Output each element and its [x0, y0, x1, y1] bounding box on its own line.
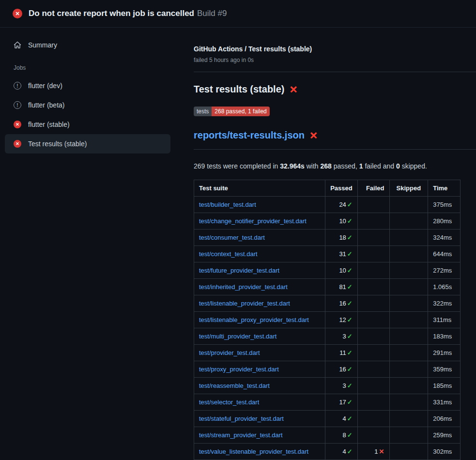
passed-cell: 17✓ [325, 394, 358, 411]
test-suite-cell: test/listenable_provider_test.dart [194, 295, 325, 312]
time-cell: 644ms [428, 246, 461, 262]
sidebar-item-flutter-dev[interactable]: ! flutter (dev) [5, 76, 170, 95]
check-icon: ✓ [347, 399, 353, 406]
time-cell: 272ms [428, 262, 461, 279]
failed-cell-count: 1 [374, 448, 378, 455]
test-suite-link[interactable]: test/proxy_provider_test.dart [199, 366, 279, 373]
sidebar-item-test-results-stable[interactable]: ✕ Test results (stable) [5, 134, 170, 153]
test-suite-link[interactable]: test/multi_provider_test.dart [199, 333, 276, 340]
neutral-status-icon: ! [14, 82, 21, 90]
sidebar-item-label: flutter (beta) [28, 101, 64, 109]
test-suite-cell: test/provider_test.dart [194, 345, 325, 361]
table-row: test/stateful_provider_test.dart4✓206ms [194, 411, 461, 427]
passed-cell-count: 17 [339, 399, 346, 406]
section-title-text: Test results (stable) [194, 84, 284, 95]
test-suite-link[interactable]: test/builder_test.dart [199, 201, 256, 208]
check-icon: ✓ [347, 283, 353, 291]
build-failed-icon: ✕ [13, 9, 22, 18]
time-cell: 185ms [428, 378, 461, 394]
test-suite-cell: test/builder_test.dart [194, 197, 325, 213]
test-suite-link[interactable]: test/listenable_proxy_provider_test.dart [199, 316, 309, 323]
test-suite-cell: test/stream_provider_test.dart [194, 427, 325, 444]
test-suite-link[interactable]: test/change_notifier_provider_test.dart [199, 217, 307, 225]
table-row: test/provider_test.dart11✓291ms [194, 345, 461, 361]
time-cell: 280ms [428, 213, 461, 230]
summary-skipped-count: 0 [396, 162, 400, 170]
test-suite-link[interactable]: test/stream_provider_test.dart [199, 431, 283, 439]
passed-cell-count: 4 [343, 415, 346, 422]
sidebar-item-flutter-beta[interactable]: ! flutter (beta) [5, 95, 170, 115]
passed-cell: 12✓ [325, 312, 358, 328]
failed-cell [357, 361, 389, 378]
sidebar-item-flutter-stable[interactable]: ✕ flutter (stable) [5, 115, 170, 134]
time-cell: 206ms [428, 411, 461, 427]
passed-cell: 31✓ [325, 246, 358, 262]
test-suite-cell: test/change_notifier_provider_test.dart [194, 213, 325, 230]
passed-cell: 10✓ [325, 262, 358, 279]
check-icon: ✓ [347, 316, 353, 323]
skipped-cell [389, 262, 428, 279]
test-results-table: Test suite Passed Failed Skipped Time te… [194, 180, 461, 460]
table-row: test/context_test.dart31✓644ms [194, 246, 461, 262]
run-status-line: failed 5 hours ago in 0s [194, 57, 476, 63]
test-suite-link[interactable]: test/listenable_provider_test.dart [199, 300, 290, 307]
check-icon: ✓ [347, 333, 353, 340]
failed-cell: 1✕ [357, 444, 389, 460]
time-cell: 331ms [428, 394, 461, 411]
passed-cell-count: 16 [339, 300, 346, 307]
test-suite-link[interactable]: test/consumer_test.dart [199, 234, 265, 241]
summary-passed-count: 268 [321, 162, 332, 170]
failed-cell [357, 427, 389, 444]
main-content: GitHub Actions / Test results (stable) f… [175, 28, 476, 460]
sidebar-item-summary[interactable]: Summary [5, 35, 170, 55]
skipped-cell [389, 230, 428, 246]
failed-cell [357, 246, 389, 262]
failed-cell [357, 197, 389, 213]
cross-icon: ✕ [379, 448, 384, 455]
check-icon: ✓ [347, 349, 353, 356]
table-row: test/multi_provider_test.dart3✓183ms [194, 328, 461, 345]
summary-text: skipped. [400, 162, 427, 170]
skipped-cell [389, 378, 428, 394]
passed-cell-count: 81 [339, 283, 346, 291]
check-icon: ✓ [347, 431, 353, 439]
report-title: reports/test-results.json ✕ [194, 130, 476, 141]
summary-text: passed, [332, 162, 359, 170]
passed-cell: 10✓ [325, 213, 358, 230]
time-cell: 291ms [428, 345, 461, 361]
test-suite-link[interactable]: test/value_listenable_provider_test.dart [199, 448, 308, 455]
sidebar-item-label: flutter (stable) [28, 121, 70, 128]
sidebar-item-label: Test results (stable) [28, 140, 87, 148]
test-suite-link[interactable]: test/context_test.dart [199, 250, 258, 258]
test-suite-link[interactable]: test/provider_test.dart [199, 349, 260, 356]
table-row: test/builder_test.dart24✓375ms [194, 197, 461, 213]
tests-status-badge: tests 268 passed, 1 failed [194, 107, 270, 116]
check-icon: ✓ [347, 382, 353, 389]
test-suite-link[interactable]: test/reassemble_test.dart [199, 382, 270, 389]
section-title: Test results (stable) ✕ [194, 84, 476, 95]
table-row: test/reassemble_test.dart3✓185ms [194, 378, 461, 394]
time-cell: 311ms [428, 312, 461, 328]
summary-text: failed and [363, 162, 397, 170]
time-cell: 259ms [428, 427, 461, 444]
test-suite-link[interactable]: test/stateful_provider_test.dart [199, 415, 284, 422]
test-suite-link[interactable]: test/inherited_provider_test.dart [199, 283, 288, 291]
summary-failed-count: 1 [359, 162, 363, 170]
report-link[interactable]: reports/test-results.json [194, 130, 305, 141]
skipped-cell [389, 197, 428, 213]
failed-x-icon: ✕ [289, 85, 297, 94]
test-suite-link[interactable]: test/selector_test.dart [199, 399, 259, 406]
passed-cell-count: 10 [339, 217, 346, 225]
check-icon: ✓ [347, 234, 353, 241]
col-header-failed: Failed [357, 180, 389, 197]
sidebar-summary-label: Summary [28, 41, 57, 49]
test-suite-link[interactable]: test/future_provider_test.dart [199, 267, 279, 274]
test-suite-cell: test/future_provider_test.dart [194, 262, 325, 279]
neutral-status-icon: ! [14, 101, 21, 109]
passed-cell-count: 10 [339, 267, 346, 274]
passed-cell-count: 11 [339, 349, 346, 356]
table-row: test/inherited_provider_test.dart81✓1.06… [194, 279, 461, 295]
passed-cell-count: 18 [339, 234, 346, 241]
col-header-test-suite: Test suite [194, 180, 325, 197]
failed-status-icon: ✕ [14, 140, 21, 148]
